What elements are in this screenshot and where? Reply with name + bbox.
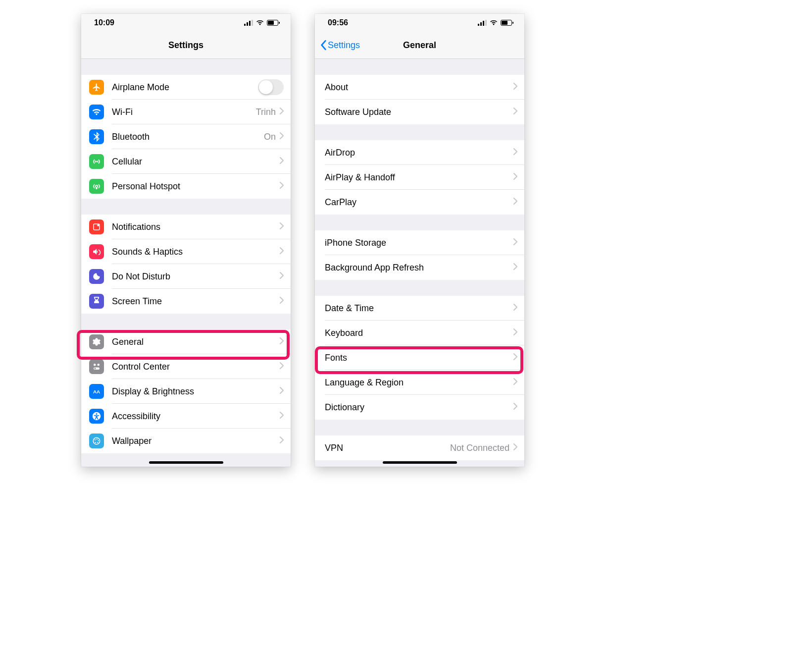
row-keyboard[interactable]: Keyboard xyxy=(315,321,524,345)
accessibility-icon xyxy=(89,409,104,424)
row-control-center[interactable]: Control Center xyxy=(81,354,291,379)
row-bluetooth[interactable]: BluetoothOn xyxy=(81,124,291,149)
chevron-right-icon xyxy=(513,304,517,313)
row-software-update[interactable]: Software Update xyxy=(315,100,524,124)
row-label: Wi-Fi xyxy=(112,107,256,117)
row-label: AirPlay & Handoff xyxy=(325,172,513,183)
row-label: Screen Time xyxy=(112,296,280,307)
row-label: Notifications xyxy=(112,222,280,232)
row-vpn[interactable]: VPNNot Connected xyxy=(315,435,524,460)
svg-point-12 xyxy=(95,368,96,369)
row-airplane-mode[interactable]: Airplane Mode xyxy=(81,75,291,100)
row-label: Cellular xyxy=(112,157,280,167)
chevron-right-icon xyxy=(513,198,517,207)
row-label: Wallpaper xyxy=(112,436,280,446)
row-display-brightness[interactable]: AADisplay & Brightness xyxy=(81,379,291,404)
chevron-right-icon xyxy=(513,148,517,157)
svg-point-10 xyxy=(98,364,100,366)
nav-header: Settings xyxy=(81,32,291,59)
row-label: AirDrop xyxy=(325,148,513,158)
row-sounds-haptics[interactable]: Sounds & Haptics xyxy=(81,239,291,264)
svg-rect-2 xyxy=(249,21,251,26)
row-screen-time[interactable]: Screen Time xyxy=(81,289,291,314)
chevron-right-icon xyxy=(280,132,284,141)
chevron-right-icon xyxy=(513,108,517,116)
chevron-right-icon xyxy=(513,83,517,92)
row-label: Dictionary xyxy=(325,402,513,413)
row-do-not-disturb[interactable]: Do Not Disturb xyxy=(81,264,291,289)
row-wi-fi[interactable]: Wi-FiTrinh xyxy=(81,100,291,124)
svg-point-19 xyxy=(98,440,99,441)
display-icon: AA xyxy=(89,384,104,399)
row-notifications[interactable]: Notifications xyxy=(81,215,291,239)
row-label: Software Update xyxy=(325,107,513,117)
row-wallpaper[interactable]: Wallpaper xyxy=(81,429,291,453)
svg-point-15 xyxy=(96,413,98,415)
wifi-status-icon xyxy=(490,20,498,26)
row-accessibility[interactable]: Accessibility xyxy=(81,404,291,429)
airplane-icon xyxy=(89,80,104,95)
cellular-icon xyxy=(89,154,104,169)
row-carplay[interactable]: CarPlay xyxy=(315,190,524,215)
row-dictionary[interactable]: Dictionary xyxy=(315,395,524,420)
sounds-icon xyxy=(89,244,104,259)
row-iphone-storage[interactable]: iPhone Storage xyxy=(315,230,524,255)
back-button[interactable]: Settings xyxy=(320,32,360,58)
row-label: Language & Region xyxy=(325,378,513,388)
svg-rect-3 xyxy=(252,20,253,26)
svg-rect-27 xyxy=(502,21,508,25)
home-indicator[interactable] xyxy=(149,461,223,464)
status-time: 09:56 xyxy=(328,18,348,27)
toggle-airplane-mode[interactable] xyxy=(258,79,284,95)
row-label: Bluetooth xyxy=(112,132,264,142)
svg-rect-1 xyxy=(247,22,248,26)
svg-point-20 xyxy=(97,442,98,443)
svg-rect-5 xyxy=(268,21,274,25)
svg-rect-22 xyxy=(478,24,479,26)
row-cellular[interactable]: Cellular xyxy=(81,149,291,174)
chevron-right-icon xyxy=(280,412,284,421)
row-label: Accessibility xyxy=(112,411,280,422)
page-title: General xyxy=(403,40,436,51)
row-airplay-handoff[interactable]: AirPlay & Handoff xyxy=(315,165,524,190)
chevron-right-icon xyxy=(280,182,284,191)
row-label: About xyxy=(325,82,513,93)
row-label: Background App Refresh xyxy=(325,263,513,273)
chevron-right-icon xyxy=(280,222,284,231)
svg-text:AA: AA xyxy=(93,389,100,394)
hotspot-icon xyxy=(89,179,104,194)
signal-icon xyxy=(478,20,487,26)
row-label: Do Not Disturb xyxy=(112,272,280,282)
chevron-right-icon xyxy=(280,362,284,371)
row-personal-hotspot[interactable]: Personal Hotspot xyxy=(81,174,291,199)
svg-point-8 xyxy=(97,224,99,226)
wallpaper-icon xyxy=(89,434,104,448)
status-icons xyxy=(244,20,280,26)
row-about[interactable]: About xyxy=(315,75,524,100)
status-bar: 09:56 xyxy=(315,14,524,32)
row-language-region[interactable]: Language & Region xyxy=(315,370,524,395)
row-general[interactable]: General xyxy=(81,329,291,354)
row-fonts[interactable]: Fonts xyxy=(315,345,524,370)
svg-point-18 xyxy=(97,438,98,439)
row-airdrop[interactable]: AirDrop xyxy=(315,140,524,165)
row-detail: Not Connected xyxy=(450,443,509,453)
row-label: General xyxy=(112,337,280,347)
svg-point-9 xyxy=(94,364,96,366)
row-label: VPN xyxy=(325,443,450,453)
chevron-right-icon xyxy=(513,263,517,272)
bluetooth-icon xyxy=(89,129,104,144)
home-indicator[interactable] xyxy=(383,461,457,464)
chevron-right-icon xyxy=(513,443,517,452)
chevron-right-icon xyxy=(280,337,284,346)
chevron-right-icon xyxy=(280,272,284,281)
wifi-status-icon xyxy=(256,20,264,26)
row-date-time[interactable]: Date & Time xyxy=(315,296,524,321)
dnd-icon xyxy=(89,269,104,284)
chevron-right-icon xyxy=(513,403,517,412)
row-label: Sounds & Haptics xyxy=(112,247,280,257)
row-label: Fonts xyxy=(325,353,513,363)
row-background-app-refresh[interactable]: Background App Refresh xyxy=(315,255,524,280)
wifi-icon xyxy=(89,105,104,119)
screentime-icon xyxy=(89,294,104,309)
